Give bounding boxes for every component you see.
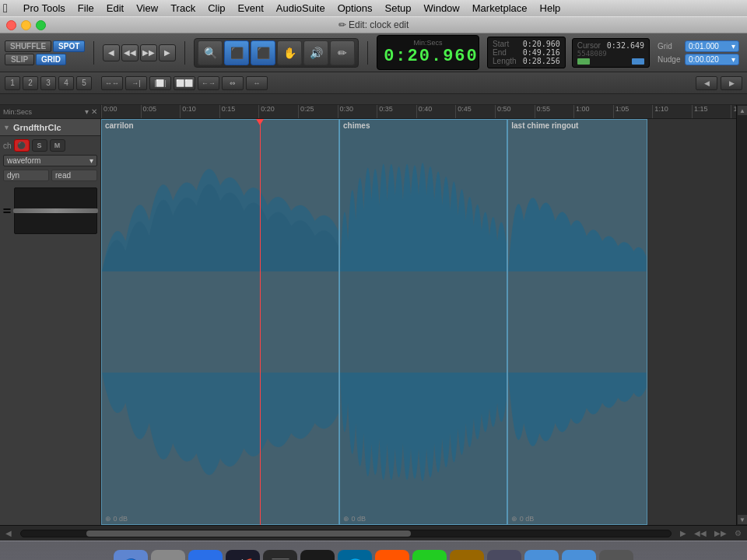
nudge-select[interactable]: 0:00.020 ▾ xyxy=(685,54,739,65)
volume-fader[interactable] xyxy=(14,187,97,234)
scroll-thumb[interactable] xyxy=(86,530,412,537)
dock-folder2-icon[interactable]: 📂 xyxy=(562,550,596,560)
forward-end-button[interactable]: ▶ xyxy=(159,44,176,61)
bottom-setting[interactable]: ⚙ xyxy=(732,529,744,537)
dock-folder1-icon[interactable]: 📁 xyxy=(524,550,559,560)
nav-next-button[interactable]: ▶ xyxy=(721,76,742,90)
menu-clip[interactable]: Clip xyxy=(202,0,231,16)
clip-carrilon[interactable]: carrilon ⊕ 0 dB xyxy=(101,119,339,525)
solo-button[interactable]: S xyxy=(32,139,47,152)
num3-button[interactable]: 3 xyxy=(40,76,56,90)
dyn-button[interactable]: dyn xyxy=(3,170,49,181)
scroll-down-button[interactable]: ▼ xyxy=(737,514,747,525)
flip-button[interactable]: ⇔ xyxy=(222,76,244,90)
trim-tool-button[interactable]: ⬛ xyxy=(224,40,249,65)
forward-button[interactable]: ▶▶ xyxy=(140,44,157,61)
close-button[interactable] xyxy=(6,20,16,30)
shuffle-button[interactable]: SHUFFLE xyxy=(5,40,51,52)
expand-ruler-button[interactable]: ▾ xyxy=(85,107,89,116)
dock-appstore-icon[interactable]: A xyxy=(188,550,223,560)
menu-track[interactable]: Track xyxy=(164,0,202,16)
bottom-fit[interactable]: ▶▶ xyxy=(712,529,729,537)
fader-handle[interactable] xyxy=(13,208,98,213)
dock-script-icon[interactable]: ✒ xyxy=(450,550,484,560)
pencil-tool-button[interactable]: ✏ xyxy=(330,40,355,65)
minimize-button[interactable] xyxy=(21,20,31,30)
cursor-label: Cursor xyxy=(577,41,601,50)
num2-button[interactable]: 2 xyxy=(23,76,38,90)
start-value: 0:20.960 xyxy=(523,40,560,48)
menu-marketplace[interactable]: Marketplace xyxy=(466,0,534,16)
num4-button[interactable]: 4 xyxy=(58,76,74,90)
num5-button[interactable]: 5 xyxy=(76,76,92,90)
menu-help[interactable]: Help xyxy=(534,0,567,16)
ruler-tick: 1:15 xyxy=(692,105,708,119)
track-name: GrndfthrClc xyxy=(13,123,61,132)
waveform-chimes xyxy=(340,120,507,524)
menu-protools[interactable]: Pro Tools xyxy=(17,0,72,16)
menu-audiosuite[interactable]: AudioSuite xyxy=(270,0,331,16)
menu-window[interactable]: Window xyxy=(418,0,466,16)
dock-itunes-icon[interactable]: ♫ xyxy=(412,550,447,560)
dock-protools2-icon[interactable]: PT xyxy=(300,550,335,560)
menu-file[interactable]: File xyxy=(72,0,100,16)
record-button[interactable]: ⚫ xyxy=(14,139,30,152)
titlebar: ✏ Edit: clock edit xyxy=(0,16,747,33)
dock-photo-icon[interactable]: 📷 xyxy=(487,550,521,560)
audition-tool-button[interactable]: 🔊 xyxy=(303,40,328,65)
menu-setup[interactable]: Setup xyxy=(379,0,418,16)
dock-trash-icon[interactable]: 🗑 xyxy=(599,550,633,560)
align-button[interactable]: ↔ xyxy=(246,76,268,90)
bottom-zoom-in[interactable]: ▶ xyxy=(678,529,689,537)
clip-carrilon-db: ⊕ 0 dB xyxy=(105,515,128,523)
right-scroll-track[interactable] xyxy=(737,116,747,514)
trim-select-button[interactable]: ↔↔ xyxy=(101,76,123,90)
loop-button[interactable]: ⬜⬜ xyxy=(174,76,195,90)
extend-button[interactable]: →| xyxy=(125,76,147,90)
dock-launchpad-icon[interactable]: 🚀 xyxy=(226,550,260,560)
track-expand-icon[interactable]: ▼ xyxy=(3,124,10,131)
clip-chimes[interactable]: chimes ⊕ 0 dB xyxy=(339,119,507,525)
bottom-zoom-out[interactable]: ◀◀ xyxy=(692,529,709,537)
menu-view[interactable]: View xyxy=(130,0,164,16)
select-tool-button[interactable]: ⬛ xyxy=(251,40,275,65)
rewind-start-button[interactable]: ◀ xyxy=(103,44,120,61)
select-region-button[interactable]: |⬜| xyxy=(149,76,171,90)
grid-value: 0:01.000 xyxy=(689,42,719,51)
dock-piano-icon[interactable]: 🎹 xyxy=(263,550,297,560)
menu-options[interactable]: Options xyxy=(331,0,379,16)
counter-display: Min:Secs 0:20.960 xyxy=(377,35,479,70)
counter-value: 0:20.960 xyxy=(384,47,472,66)
dock-soundcloud-icon[interactable]: ☁ xyxy=(375,550,409,560)
zoom-tool-button[interactable]: 🔍 xyxy=(198,40,223,65)
dock-finder-icon[interactable]: 🔵 xyxy=(114,550,148,560)
scroll-up-button[interactable]: ▲ xyxy=(737,105,747,116)
indicator-green xyxy=(577,58,590,65)
bottom-nav-left[interactable]: ◀ xyxy=(3,529,14,537)
ruler-options-button[interactable]: ✕ xyxy=(91,107,97,116)
slip-button[interactable]: SLIP xyxy=(5,54,34,65)
apple-menu-icon[interactable]:  xyxy=(3,2,8,16)
nav-prev-button[interactable]: ◀ xyxy=(696,76,717,90)
num1-button[interactable]: 1 xyxy=(5,76,20,90)
playhead[interactable] xyxy=(260,119,261,525)
menu-edit[interactable]: Edit xyxy=(100,0,130,16)
stretch-button[interactable]: ←→ xyxy=(198,76,219,90)
rewind-button[interactable]: ◀◀ xyxy=(121,44,139,61)
track-content-area[interactable]: carrilon ⊕ 0 dB xyxy=(101,119,736,525)
maximize-button[interactable] xyxy=(36,20,46,30)
grab-tool-button[interactable]: ✋ xyxy=(277,40,302,65)
mute-button[interactable]: M xyxy=(50,139,65,152)
dock-system-prefs-icon[interactable]: ⚙ xyxy=(151,550,185,560)
grid-select[interactable]: 0:01.000 ▾ xyxy=(685,40,739,52)
grid-button[interactable]: GRID xyxy=(36,54,66,65)
track-view-select[interactable]: waveform ▾ xyxy=(3,155,97,166)
horizontal-scrollbar[interactable] xyxy=(20,530,672,537)
menu-event[interactable]: Event xyxy=(232,0,270,16)
nudge-chevron-icon: ▾ xyxy=(731,55,735,64)
ruler-tick: 1:00 xyxy=(573,105,590,119)
spot-button[interactable]: SPOT xyxy=(53,40,85,52)
clip-ringout[interactable]: last chime ringout ⊕ 0 dB xyxy=(507,119,647,525)
read-button[interactable]: read xyxy=(51,170,97,181)
dock-globe-icon[interactable]: 🌐 xyxy=(338,550,372,560)
